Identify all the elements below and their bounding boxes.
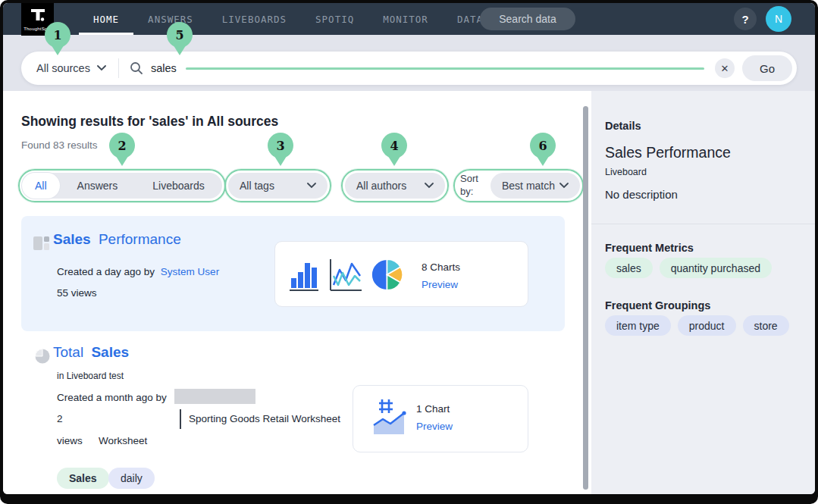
tab-answers[interactable]: Answers (60, 173, 136, 199)
go-button[interactable]: Go (742, 55, 792, 81)
charts-preview-card[interactable]: 8 Charts Preview (274, 241, 528, 307)
views-word: views (57, 435, 83, 446)
annotation-pin-1: 1 (45, 22, 71, 48)
authors-filter-dropdown[interactable]: All authors (345, 173, 445, 199)
nav-item-liveboards[interactable]: LIVEBOARDS (208, 3, 301, 35)
details-title: Sales Performance (605, 144, 731, 161)
result-card-sales-performance[interactable]: Sales Performance Created a day ago by S… (21, 216, 565, 331)
type-filter-ring: All Answers Liveboards (18, 169, 226, 202)
results-scrollbar[interactable] (583, 106, 588, 490)
chevron-down-icon (559, 183, 569, 189)
result-tag[interactable]: daily (108, 468, 155, 489)
preview-link[interactable]: Preview (416, 421, 453, 432)
frequent-metrics-heading: Frequent Metrics (605, 242, 694, 254)
redacted-author (174, 389, 255, 404)
results-heading: Showing results for 'sales' in All sourc… (21, 114, 278, 130)
annotation-pin-2: 2 (109, 133, 135, 158)
charts-preview-card[interactable]: 1 Chart Preview (353, 385, 528, 452)
app-window: ThoughtSpot HOME ANSWERS LIVEBOARDS SPOT… (0, 0, 818, 504)
nav-menu: HOME ANSWERS LIVEBOARDS SPOTIQ MONITOR D… (79, 3, 497, 35)
annotation-pin-4: 4 (381, 133, 407, 158)
app-content: ThoughtSpot HOME ANSWERS LIVEBOARDS SPOT… (3, 3, 815, 494)
source-selector[interactable]: All sources (21, 62, 106, 74)
author-link[interactable]: System User (161, 266, 219, 277)
worksheet-type: Worksheet (99, 435, 147, 446)
nav-item-monitor[interactable]: MONITOR (368, 3, 443, 35)
line-chart-icon (328, 258, 363, 292)
grouping-pill[interactable]: product (678, 315, 736, 336)
frequent-groupings-heading: Frequent Groupings (605, 299, 710, 311)
help-button[interactable]: ? (734, 8, 757, 30)
search-divider (118, 58, 119, 78)
authors-filter-label: All authors (356, 180, 406, 192)
nav-item-home[interactable]: HOME (79, 3, 133, 35)
sort-ring: Sort by: Best match (453, 169, 584, 202)
metric-pill[interactable]: sales (605, 258, 653, 278)
user-avatar[interactable]: N (766, 6, 791, 32)
search-bar: All sources sales ✕ Go (21, 52, 797, 85)
annotation-pin-6: 6 (530, 133, 556, 158)
views-number: 2 (57, 413, 63, 424)
kpi-area-chart-icon (372, 398, 412, 437)
liveboard-icon (33, 235, 50, 252)
results-count: Found 83 results (21, 139, 98, 151)
result-card-total-sales[interactable]: Total Sales in Liveboard test Created a … (21, 341, 565, 456)
chevron-down-icon (425, 183, 434, 189)
global-search-pill[interactable]: Search data (480, 8, 575, 30)
details-description: No description (605, 188, 678, 201)
details-heading: Details (605, 120, 641, 132)
chart-count: 1 Chart (416, 403, 450, 415)
worksheet-name: Sporting Goods Retail Worksheet (189, 413, 340, 424)
frequent-groupings-list: item type product store (605, 315, 796, 336)
meta-divider (180, 409, 181, 429)
tags-filter-ring: All tags (224, 169, 331, 202)
sort-by-label: Sort by: (460, 173, 486, 199)
created-prefix: Created a month ago by (57, 392, 167, 403)
details-panel: Details Sales Performance Liveboard No d… (591, 91, 815, 494)
result-title-rest: Performance (99, 231, 181, 247)
result-title[interactable]: Sales Performance (53, 231, 181, 248)
chevron-down-icon (97, 65, 106, 71)
result-title-match: Sales (91, 344, 129, 360)
answer-icon (35, 349, 50, 364)
top-nav: ThoughtSpot HOME ANSWERS LIVEBOARDS SPOT… (3, 3, 815, 35)
tab-all[interactable]: All (22, 173, 60, 199)
result-created-line: Created a day ago by System User (57, 266, 219, 277)
authors-filter-ring: All authors (341, 169, 449, 202)
panel-divider (591, 224, 815, 224)
details-object-type: Liveboard (605, 167, 647, 177)
nav-item-spotiq[interactable]: SPOTIQ (301, 3, 368, 35)
search-query-input[interactable]: sales (151, 62, 177, 74)
result-title-first: Total (53, 344, 83, 360)
result-title[interactable]: Total Sales (53, 344, 129, 361)
tab-liveboards[interactable]: Liveboards (135, 173, 222, 199)
source-selector-label: All sources (36, 62, 90, 74)
result-context: in Liveboard test (57, 371, 124, 381)
tags-filter-dropdown[interactable]: All tags (228, 173, 328, 199)
tags-filter-label: All tags (240, 180, 274, 192)
result-tag[interactable]: Sales (57, 468, 109, 489)
sort-dropdown[interactable]: Best match (490, 173, 580, 199)
thoughtspot-logo-icon (29, 8, 47, 25)
frequent-metrics-list: sales quantity purchased (605, 258, 779, 278)
metric-pill[interactable]: quantity purchased (660, 258, 772, 278)
sort-value-label: Best match (502, 180, 555, 192)
result-title-match: Sales (53, 231, 91, 247)
bar-chart-icon (288, 258, 321, 292)
chart-count: 8 Charts (422, 261, 460, 273)
result-views: 55 views (57, 287, 97, 299)
grouping-pill[interactable]: item type (605, 315, 671, 336)
preview-link[interactable]: Preview (422, 279, 458, 290)
annotation-pin-3: 3 (268, 133, 293, 158)
chevron-down-icon (307, 183, 316, 189)
grouping-pill[interactable]: store (743, 315, 789, 336)
pie-chart-icon (371, 258, 403, 291)
clear-search-button[interactable]: ✕ (715, 58, 735, 78)
type-filter-tabs: All Answers Liveboards (22, 173, 222, 199)
search-icon (130, 61, 143, 75)
created-prefix: Created a day ago by (57, 266, 155, 277)
query-annotation-line (186, 67, 704, 70)
annotation-pin-5: 5 (167, 22, 193, 48)
